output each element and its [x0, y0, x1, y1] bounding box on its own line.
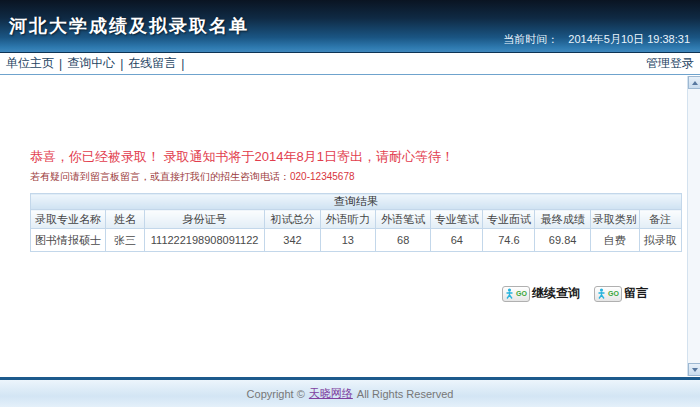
- time-value: 2014年5月10日 19:38:31: [568, 33, 690, 45]
- go-badge: GO: [516, 290, 527, 297]
- page-title: 河北大学成绩及拟录取名单: [9, 14, 249, 38]
- current-time: 当前时间：2014年5月10日 19:38:31: [503, 32, 690, 47]
- column-header: 录取专业名称: [31, 210, 106, 229]
- nav-item-home[interactable]: 单位主页: [6, 55, 54, 72]
- go-badge: GO: [608, 290, 619, 297]
- nav-separator: |: [181, 57, 184, 71]
- leave-message-label: 留言: [624, 285, 648, 302]
- go-person-icon: GO: [502, 286, 530, 302]
- table-cell: 74.6: [483, 229, 535, 252]
- column-header: 专业笔试: [431, 210, 483, 229]
- column-header: 身份证号: [144, 210, 264, 229]
- vertical-scrollbar[interactable]: [687, 76, 700, 376]
- hint-phone: 020-12345678: [290, 171, 355, 182]
- site-link[interactable]: 天晓网络: [309, 386, 353, 401]
- admin-login-link[interactable]: 管理登录: [646, 55, 694, 72]
- nav-item-query-center[interactable]: 查询中心: [67, 55, 115, 72]
- table-cell: 64: [431, 229, 483, 252]
- table-title: 查询结果: [31, 194, 682, 210]
- hint-prefix: 若有疑问请到留言板留言，或直接打我们的招生咨询电话：: [30, 171, 290, 182]
- admission-notice: 恭喜，你已经被录取！ 录取通知书将于2014年8月1日寄出，请耐心等待！ 若有疑…: [0, 75, 700, 184]
- column-header: 录取类别: [590, 210, 639, 229]
- table-row: 图书情报硕士张三11122219890809112234213686474.66…: [31, 229, 682, 252]
- scroll-up-button[interactable]: [688, 76, 700, 89]
- column-header: 外语笔试: [375, 210, 430, 229]
- column-header: 最终成绩: [535, 210, 590, 229]
- column-header: 外语听力: [320, 210, 375, 229]
- table-cell: 69.84: [535, 229, 590, 252]
- content-area: 恭喜，你已经被录取！ 录取通知书将于2014年8月1日寄出，请耐心等待！ 若有疑…: [0, 75, 700, 377]
- table-cell: 图书情报硕士: [31, 229, 106, 252]
- continue-query-button[interactable]: GO 继续查询: [502, 285, 580, 302]
- hint-text: 若有疑问请到留言板留言，或直接打我们的招生咨询电话：020-12345678: [30, 170, 700, 184]
- nav-links: 单位主页 | 查询中心 | 在线留言 |: [6, 55, 189, 72]
- time-label: 当前时间：: [503, 33, 558, 45]
- nav-item-message-board[interactable]: 在线留言: [128, 55, 176, 72]
- go-person-icon: GO: [594, 286, 622, 302]
- table-cell: 13: [320, 229, 375, 252]
- table-cell: 111222198908091122: [144, 229, 264, 252]
- copyright-prefix: Copyright ©: [247, 388, 305, 400]
- up-arrow-icon: [692, 81, 698, 85]
- table-header-row: 录取专业名称姓名身份证号初试总分外语听力外语笔试专业笔试专业面试最终成绩录取类别…: [31, 210, 682, 229]
- page-footer: Copyright © 天晓网络 All Rights Reserved: [0, 380, 700, 407]
- table-title-row: 查询结果: [31, 194, 682, 210]
- nav-separator: |: [59, 57, 62, 71]
- results-table: 查询结果 录取专业名称姓名身份证号初试总分外语听力外语笔试专业笔试专业面试最终成…: [30, 193, 682, 252]
- table-cell: 68: [375, 229, 430, 252]
- column-header: 姓名: [105, 210, 144, 229]
- nav-separator: |: [120, 57, 123, 71]
- table-cell: 张三: [105, 229, 144, 252]
- table-cell: 342: [265, 229, 320, 252]
- column-header: 备注: [639, 210, 681, 229]
- leave-message-button[interactable]: GO 留言: [594, 285, 648, 302]
- table-body: 图书情报硕士张三11122219890809112234213686474.66…: [31, 229, 682, 252]
- page-header: 河北大学成绩及拟录取名单 当前时间：2014年5月10日 19:38:31: [0, 0, 700, 53]
- nav-bar: 单位主页 | 查询中心 | 在线留言 | 管理登录: [0, 53, 700, 75]
- down-arrow-icon: [692, 368, 698, 372]
- action-buttons: GO 继续查询 GO 留言: [0, 285, 700, 302]
- table-cell: 拟录取: [639, 229, 681, 252]
- table-cell: 自费: [590, 229, 639, 252]
- scroll-down-button[interactable]: [688, 363, 700, 376]
- continue-query-label: 继续查询: [532, 285, 580, 302]
- copyright-suffix: All Rights Reserved: [357, 388, 454, 400]
- column-header: 初试总分: [265, 210, 320, 229]
- congrats-text: 恭喜，你已经被录取！ 录取通知书将于2014年8月1日寄出，请耐心等待！: [30, 148, 700, 166]
- column-header: 专业面试: [483, 210, 535, 229]
